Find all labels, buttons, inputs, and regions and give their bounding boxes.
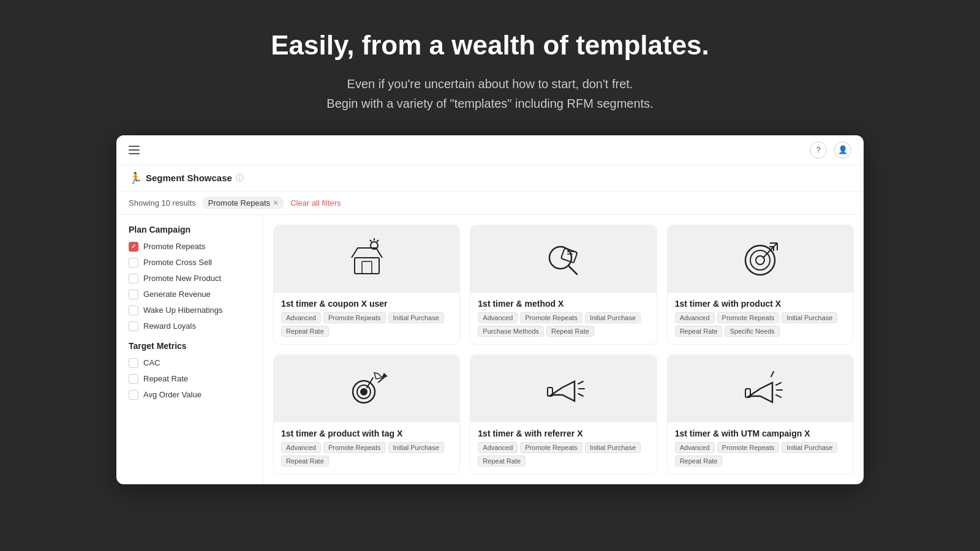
card-image [470, 355, 656, 422]
svg-line-34 [776, 395, 781, 397]
breadcrumb-icon: 🏃 [129, 171, 142, 185]
checkbox[interactable] [129, 358, 138, 368]
template-card: 1st timer & product with tag X AdvancedP… [273, 354, 460, 474]
checkbox-label: Avg Order Value [143, 390, 202, 399]
header-right: ? 👤 [810, 141, 851, 159]
card-tag: Advanced [675, 442, 715, 453]
breadcrumb-title: Segment Showcase [146, 173, 232, 183]
card-tag: Repeat Rate [675, 326, 723, 337]
sidebar-item[interactable]: CAC [129, 358, 251, 368]
card-tag: Purchase Methods [478, 326, 544, 337]
card-tags: AdvancedPromote RepeatsInitial PurchaseP… [478, 312, 649, 337]
sidebar-item[interactable]: Wake Up Hibernatings [129, 305, 251, 315]
card-title: 1st timer & with UTM campaign X [675, 429, 846, 438]
checkbox[interactable] [129, 274, 138, 283]
sidebar-section-metrics: Target Metrics CAC Repeat Rate Avg Order… [129, 341, 251, 400]
card-tag: Promote Repeats [520, 442, 582, 453]
card-title: 1st timer & method X [478, 299, 649, 309]
card-image [470, 225, 656, 293]
template-card: 1st timer & with referrer X AdvancedProm… [470, 354, 657, 474]
sidebar-item[interactable]: Repeat Rate [129, 374, 251, 384]
card-image [668, 225, 853, 293]
sidebar-item[interactable]: Promote Cross Sell [129, 258, 251, 268]
help-icon[interactable]: ? [810, 141, 827, 159]
svg-point-22 [361, 389, 367, 395]
cards-grid: 1st timer & coupon X user AdvancedPromot… [263, 215, 864, 484]
svg-rect-0 [355, 258, 379, 274]
card-tags: AdvancedPromote RepeatsInitial PurchaseR… [478, 442, 649, 467]
checkbox[interactable] [129, 390, 138, 400]
svg-line-7 [568, 266, 577, 274]
card-body: 1st timer & with UTM campaign X Advanced… [668, 422, 853, 473]
clear-filters-button[interactable]: Clear all filters [290, 198, 341, 208]
template-card: 1st timer & method X AdvancedPromote Rep… [470, 225, 657, 345]
card-title: 1st timer & with referrer X [478, 429, 649, 438]
card-tag: Specific Needs [725, 326, 779, 337]
svg-line-23 [367, 378, 373, 388]
svg-line-35 [771, 372, 774, 377]
checkbox[interactable] [129, 321, 138, 331]
card-tag: Initial Purchase [388, 312, 444, 323]
checkbox[interactable] [129, 258, 138, 268]
card-title: 1st timer & product with tag X [281, 429, 452, 438]
checkbox-label: Generate Revenue [143, 290, 211, 299]
card-tags: AdvancedPromote RepeatsInitial PurchaseR… [675, 312, 846, 337]
remove-filter-icon[interactable]: × [273, 198, 278, 207]
card-body: 1st timer & with referrer X AdvancedProm… [470, 422, 656, 473]
hero-section: Easily, from a wealth of templates. Even… [258, 0, 722, 135]
checkbox[interactable] [129, 242, 138, 252]
svg-rect-1 [362, 261, 372, 274]
svg-marker-24 [374, 373, 382, 379]
card-tag: Repeat Rate [675, 455, 723, 467]
card-title: 1st timer & coupon X user [281, 299, 452, 309]
checkbox-label: Wake Up Hibernatings [143, 305, 223, 315]
card-tag: Initial Purchase [782, 442, 837, 453]
card-tag: Promote Repeats [717, 312, 780, 323]
checkbox-label: Promote Cross Sell [143, 258, 212, 267]
user-icon[interactable]: 👤 [834, 141, 851, 159]
checkbox[interactable] [129, 374, 138, 384]
checkbox[interactable] [129, 305, 138, 315]
breadcrumb-help-icon[interactable]: ⓘ [236, 173, 244, 184]
card-tag: Promote Repeats [717, 442, 780, 453]
svg-line-32 [776, 383, 781, 385]
card-body: 1st timer & with product X AdvancedPromo… [668, 293, 853, 343]
svg-line-4 [377, 240, 379, 242]
card-body: 1st timer & method X AdvancedPromote Rep… [470, 293, 656, 343]
card-tag: Advanced [478, 442, 518, 453]
card-tag: Advanced [675, 312, 715, 323]
checkbox[interactable] [129, 290, 138, 299]
filter-chip-label: Promote Repeats [208, 198, 270, 208]
card-tag: Advanced [478, 312, 518, 323]
template-card: 1st timer & coupon X user AdvancedPromot… [273, 225, 460, 345]
sidebar-item[interactable]: Generate Revenue [129, 290, 251, 299]
card-tags: AdvancedPromote RepeatsInitial PurchaseR… [675, 442, 846, 467]
card-actions: Check Create [274, 473, 459, 474]
svg-line-30 [578, 394, 583, 396]
checkbox-label: Promote Repeats [143, 242, 205, 251]
card-tag: Repeat Rate [281, 455, 329, 467]
card-tag: Advanced [281, 312, 321, 323]
app-header: ? 👤 [116, 135, 864, 165]
svg-line-5 [370, 240, 372, 242]
sidebar-item[interactable]: Reward Loyals [129, 321, 251, 331]
card-body: 1st timer & coupon X user AdvancedPromot… [274, 293, 459, 343]
sidebar-item[interactable]: Avg Order Value [129, 390, 251, 400]
card-image [274, 355, 459, 422]
app-window: ? 👤 🏃 Segment Showcase ⓘ Showing 10 resu… [116, 135, 864, 484]
filter-bar: Showing 10 results Promote Repeats × Cle… [116, 192, 864, 215]
card-tag: Initial Purchase [585, 312, 641, 323]
card-tags: AdvancedPromote RepeatsInitial PurchaseR… [281, 442, 452, 467]
hamburger-menu[interactable] [129, 146, 140, 154]
card-actions: Check Create [668, 473, 853, 474]
sidebar-item[interactable]: Promote New Product [129, 274, 251, 283]
sidebar-item[interactable]: Promote Repeats [129, 242, 251, 252]
card-tag: Initial Purchase [388, 442, 444, 453]
results-count: Showing 10 results [129, 198, 196, 208]
sidebar-section-metrics-title: Target Metrics [129, 341, 251, 351]
card-tag: Initial Purchase [782, 312, 837, 323]
card-image [274, 225, 459, 293]
active-filter-chip[interactable]: Promote Repeats × [202, 197, 284, 209]
checkbox-label: Promote New Product [143, 274, 221, 283]
card-actions: Check Create [470, 343, 656, 345]
